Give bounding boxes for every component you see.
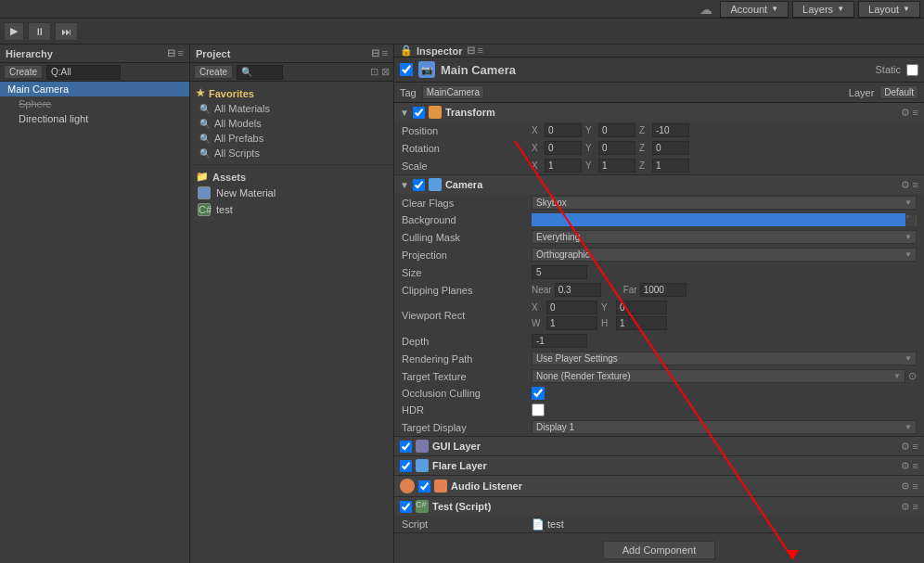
hdr-checkbox[interactable] bbox=[532, 403, 545, 416]
test-script-icon: C# bbox=[416, 500, 429, 513]
gui-layer-menu-icon: ≡ bbox=[913, 441, 918, 453]
projection-dropdown[interactable]: Orthographic ▼ bbox=[532, 248, 917, 262]
script-icon: C# bbox=[198, 203, 211, 216]
background-color[interactable] bbox=[532, 213, 905, 226]
fav-all-scripts[interactable]: 🔍 All Scripts bbox=[190, 146, 393, 160]
layer-dropdown[interactable]: Default bbox=[879, 85, 918, 99]
test-script-label: test bbox=[216, 204, 233, 215]
rotation-z[interactable] bbox=[652, 141, 689, 155]
target-display-dropdown[interactable]: Display 1 ▼ bbox=[532, 420, 917, 434]
transform-header[interactable]: ▼ Transform ⚙ ≡ bbox=[394, 103, 924, 122]
hierarchy-title: Hierarchy bbox=[6, 48, 53, 59]
size-field[interactable] bbox=[532, 265, 587, 279]
tag-dropdown[interactable]: MainCamera bbox=[422, 85, 484, 99]
viewport-rect-label: Viewport Rect bbox=[402, 310, 532, 321]
transform-icon bbox=[429, 106, 442, 119]
far-field[interactable] bbox=[640, 283, 687, 297]
target-texture-pick-icon[interactable]: ⊙ bbox=[908, 370, 917, 382]
asset-test-script[interactable]: C# test bbox=[190, 201, 393, 218]
transform-title: Transform bbox=[445, 107, 495, 118]
test-script-checkbox[interactable] bbox=[400, 501, 412, 513]
assets-title: 📁 Assets bbox=[190, 169, 393, 185]
viewport-rect-xy: X Y bbox=[532, 301, 917, 314]
position-x[interactable] bbox=[545, 123, 582, 137]
project-icons: ⊟ ≡ bbox=[371, 47, 388, 59]
camera-menu-icon: ≡ bbox=[913, 179, 918, 191]
flare-layer-comp-icons: ⚙ ≡ bbox=[901, 460, 918, 472]
script-row: Script 📄 test bbox=[394, 516, 924, 532]
top-bar: ☁ Account ▼ Layers ▼ Layout ▼ bbox=[0, 0, 924, 19]
inspector-icons: ⊟ ≡ bbox=[467, 45, 483, 57]
hierarchy-search-input[interactable] bbox=[46, 65, 121, 80]
hierarchy-panel: Hierarchy ⊟ ≡ Create Main Camera Sphere … bbox=[0, 45, 190, 563]
audio-listener-dot-icon bbox=[400, 479, 415, 493]
near-field[interactable] bbox=[555, 283, 601, 297]
scale-z[interactable] bbox=[652, 159, 689, 173]
static-checkbox[interactable] bbox=[906, 64, 918, 76]
culling-mask-dropdown[interactable]: Everything ▼ bbox=[532, 230, 917, 244]
layers-button[interactable]: Layers ▼ bbox=[792, 1, 854, 18]
position-label: Position bbox=[402, 125, 532, 136]
object-active-checkbox[interactable] bbox=[400, 63, 413, 76]
clear-flags-label: Clear Flags bbox=[402, 198, 532, 209]
fav-all-materials[interactable]: 🔍 All Materials bbox=[190, 101, 393, 116]
scale-y[interactable] bbox=[598, 159, 635, 173]
target-display-arrow-icon: ▼ bbox=[905, 423, 912, 431]
flare-layer-title: Flare Layer bbox=[432, 460, 487, 471]
flare-layer-component: Flare Layer ⚙ ≡ bbox=[394, 456, 924, 476]
favorites-title: ★ Favorites bbox=[190, 85, 393, 101]
hierarchy-create-button[interactable]: Create bbox=[4, 65, 43, 79]
projection-row: Projection Orthographic ▼ bbox=[394, 246, 924, 263]
vp-w-field[interactable] bbox=[546, 316, 597, 330]
camera-header[interactable]: ▼ Camera ⚙ ≡ bbox=[394, 175, 924, 194]
vp-h-field[interactable] bbox=[616, 316, 667, 330]
hierarchy-item-sphere[interactable]: Sphere bbox=[0, 96, 189, 111]
fav-all-models[interactable]: 🔍 All Models bbox=[190, 116, 393, 131]
account-button[interactable]: Account ▼ bbox=[720, 1, 789, 18]
project-create-button[interactable]: Create bbox=[194, 65, 233, 79]
target-display-row: Target Display Display 1 ▼ bbox=[394, 418, 924, 436]
gui-layer-header[interactable]: GUI Layer ⚙ ≡ bbox=[394, 437, 924, 455]
fav-all-prefabs[interactable]: 🔍 All Prefabs bbox=[190, 131, 393, 146]
rendering-path-dropdown[interactable]: Use Player Settings ▼ bbox=[532, 352, 917, 365]
pause-button[interactable]: ⏸ bbox=[28, 22, 51, 41]
step-button[interactable]: ⏭ bbox=[55, 22, 78, 41]
transform-checkbox[interactable] bbox=[413, 107, 425, 119]
audio-listener-header[interactable]: Audio Listener ⚙ ≡ bbox=[394, 476, 924, 496]
occlusion-culling-checkbox[interactable] bbox=[532, 387, 545, 400]
viewport-rect-wh: W H bbox=[532, 316, 917, 330]
projection-value: Orthographic bbox=[536, 250, 590, 260]
rotation-x[interactable] bbox=[545, 141, 582, 155]
scale-x[interactable] bbox=[545, 159, 582, 173]
rotation-y[interactable] bbox=[598, 141, 635, 155]
add-component-button[interactable]: Add Component bbox=[603, 541, 716, 559]
hierarchy-item-main-camera[interactable]: Main Camera bbox=[0, 82, 189, 96]
search-icon-scripts: 🔍 bbox=[199, 148, 211, 159]
test-script-menu-icon: ≡ bbox=[913, 501, 918, 513]
target-texture-dropdown[interactable]: None (Render Texture) ▼ bbox=[532, 369, 905, 383]
flare-layer-header[interactable]: Flare Layer ⚙ ≡ bbox=[394, 456, 924, 475]
clear-flags-dropdown[interactable]: Skybox ▼ bbox=[532, 196, 917, 210]
camera-checkbox[interactable] bbox=[413, 179, 425, 191]
gui-layer-checkbox[interactable] bbox=[400, 441, 412, 453]
layout-arrow-icon: ▼ bbox=[903, 5, 910, 13]
play-button[interactable]: ▶ bbox=[4, 22, 24, 41]
depth-field[interactable] bbox=[532, 334, 587, 348]
project-search-input[interactable] bbox=[237, 65, 283, 80]
hierarchy-item-directional-light[interactable]: Directional light bbox=[0, 111, 189, 126]
camera-title: Camera bbox=[445, 179, 482, 190]
vp-y-field[interactable] bbox=[616, 301, 667, 314]
position-z[interactable] bbox=[652, 123, 689, 137]
target-texture-value: None (Render Texture) bbox=[536, 371, 631, 381]
project-panel: Project ⊟ ≡ Create ⊡ ⊠ ★ Favorites 🔍 All… bbox=[190, 45, 394, 563]
asset-new-material[interactable]: New Material bbox=[190, 185, 393, 201]
target-display-value: Display 1 bbox=[536, 422, 574, 432]
audio-listener-checkbox[interactable] bbox=[418, 480, 430, 493]
test-script-header[interactable]: C# Test (Script) ⚙ ≡ bbox=[394, 497, 924, 516]
culling-mask-arrow-icon: ▼ bbox=[905, 233, 912, 241]
inspector-lock-icon: 🔒 bbox=[400, 45, 413, 57]
layout-button[interactable]: Layout ▼ bbox=[858, 1, 920, 18]
flare-layer-checkbox[interactable] bbox=[400, 460, 412, 472]
vp-x-field[interactable] bbox=[546, 301, 597, 314]
position-y[interactable] bbox=[598, 123, 635, 137]
